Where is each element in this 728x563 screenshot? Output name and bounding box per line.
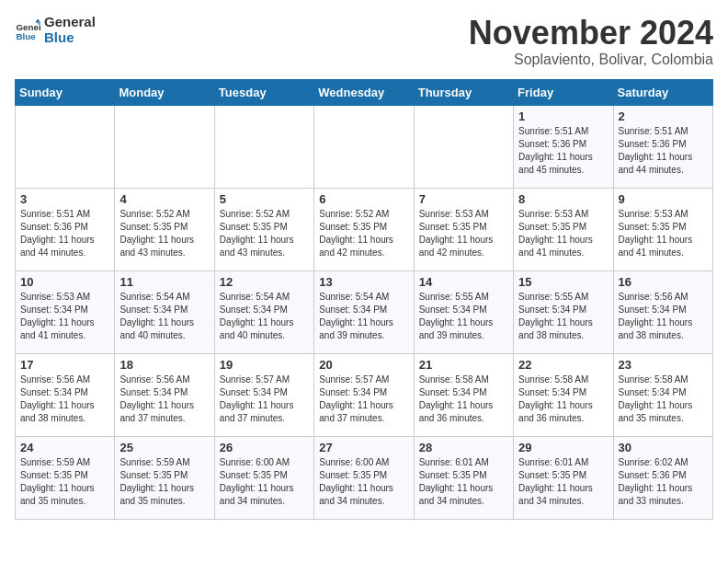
day-info: Sunrise: 5:53 AMSunset: 5:34 PMDaylight:… — [20, 291, 109, 342]
calendar-week-4: 17Sunrise: 5:56 AMSunset: 5:34 PMDayligh… — [16, 353, 713, 436]
day-number: 13 — [319, 275, 408, 289]
day-number: 10 — [20, 275, 109, 289]
day-number: 25 — [119, 441, 209, 454]
day-number: 28 — [419, 441, 508, 454]
calendar-week-3: 10Sunrise: 5:53 AMSunset: 5:34 PMDayligh… — [16, 270, 713, 353]
day-info: Sunrise: 5:53 AMSunset: 5:35 PMDaylight:… — [619, 208, 708, 259]
calendar-cell: 5Sunrise: 5:52 AMSunset: 5:35 PMDaylight… — [214, 188, 313, 270]
day-number: 21 — [419, 358, 508, 372]
logo: General Blue General Blue — [15, 15, 96, 45]
calendar-week-5: 24Sunrise: 5:59 AMSunset: 5:35 PMDayligh… — [16, 436, 713, 519]
calendar-cell: 9Sunrise: 5:53 AMSunset: 5:35 PMDaylight… — [613, 188, 712, 270]
day-info: Sunrise: 5:53 AMSunset: 5:35 PMDaylight:… — [419, 208, 508, 259]
day-number: 7 — [419, 192, 508, 206]
calendar-week-1: 1Sunrise: 5:51 AMSunset: 5:36 PMDaylight… — [16, 105, 713, 188]
day-info: Sunrise: 5:56 AMSunset: 5:34 PMDaylight:… — [619, 291, 708, 342]
weekday-header-wednesday: Wednesday — [314, 79, 414, 105]
day-number: 15 — [518, 275, 608, 289]
weekday-header-thursday: Thursday — [414, 79, 513, 105]
day-number: 6 — [319, 192, 408, 206]
day-number: 2 — [619, 109, 708, 123]
day-info: Sunrise: 5:54 AMSunset: 5:34 PMDaylight:… — [220, 291, 309, 342]
day-info: Sunrise: 5:55 AMSunset: 5:34 PMDaylight:… — [419, 291, 508, 342]
calendar-cell: 29Sunrise: 6:01 AMSunset: 5:35 PMDayligh… — [514, 436, 613, 519]
calendar-cell: 26Sunrise: 6:00 AMSunset: 5:35 PMDayligh… — [214, 436, 313, 519]
calendar-cell: 28Sunrise: 6:01 AMSunset: 5:35 PMDayligh… — [414, 436, 513, 519]
calendar-cell — [16, 105, 115, 188]
calendar-cell: 8Sunrise: 5:53 AMSunset: 5:35 PMDaylight… — [514, 188, 613, 270]
calendar-cell: 21Sunrise: 5:58 AMSunset: 5:34 PMDayligh… — [414, 353, 513, 436]
day-number: 20 — [319, 358, 408, 372]
calendar-cell: 15Sunrise: 5:55 AMSunset: 5:34 PMDayligh… — [514, 270, 613, 353]
day-info: Sunrise: 5:51 AMSunset: 5:36 PMDaylight:… — [518, 125, 608, 177]
day-info: Sunrise: 5:57 AMSunset: 5:34 PMDaylight:… — [319, 373, 408, 425]
logo-text: General Blue — [44, 15, 96, 45]
day-number: 16 — [619, 275, 708, 289]
calendar-cell: 4Sunrise: 5:52 AMSunset: 5:35 PMDaylight… — [115, 188, 214, 270]
calendar-cell: 17Sunrise: 5:56 AMSunset: 5:34 PMDayligh… — [16, 353, 115, 436]
day-info: Sunrise: 6:01 AMSunset: 5:35 PMDaylight:… — [518, 456, 608, 508]
weekday-header-friday: Friday — [514, 79, 613, 105]
day-number: 17 — [20, 358, 109, 372]
calendar-cell: 22Sunrise: 5:58 AMSunset: 5:34 PMDayligh… — [514, 353, 613, 436]
day-number: 12 — [220, 275, 309, 289]
day-info: Sunrise: 5:57 AMSunset: 5:34 PMDaylight:… — [220, 373, 309, 425]
calendar-cell: 23Sunrise: 5:58 AMSunset: 5:34 PMDayligh… — [613, 353, 712, 436]
day-info: Sunrise: 5:52 AMSunset: 5:35 PMDaylight:… — [119, 208, 209, 259]
day-info: Sunrise: 5:51 AMSunset: 5:36 PMDaylight:… — [20, 208, 109, 259]
day-info: Sunrise: 5:56 AMSunset: 5:34 PMDaylight:… — [20, 373, 109, 425]
day-info: Sunrise: 5:55 AMSunset: 5:34 PMDaylight:… — [518, 291, 608, 342]
title-block: November 2024 Soplaviento, Bolivar, Colo… — [469, 15, 713, 68]
calendar-cell: 25Sunrise: 5:59 AMSunset: 5:35 PMDayligh… — [115, 436, 214, 519]
calendar-cell — [414, 105, 513, 188]
day-info: Sunrise: 5:59 AMSunset: 5:35 PMDaylight:… — [119, 456, 209, 508]
day-number: 26 — [220, 441, 309, 454]
day-number: 22 — [518, 358, 608, 372]
day-number: 5 — [220, 192, 309, 206]
page-header: General Blue General Blue November 2024 … — [15, 15, 713, 68]
day-info: Sunrise: 5:51 AMSunset: 5:36 PMDaylight:… — [619, 125, 708, 177]
logo-icon: General Blue — [15, 17, 40, 43]
day-number: 24 — [20, 441, 109, 454]
calendar-cell: 13Sunrise: 5:54 AMSunset: 5:34 PMDayligh… — [314, 270, 414, 353]
calendar-table: SundayMondayTuesdayWednesdayThursdayFrid… — [15, 79, 713, 520]
calendar-cell: 19Sunrise: 5:57 AMSunset: 5:34 PMDayligh… — [214, 353, 313, 436]
day-number: 1 — [518, 109, 608, 123]
calendar-cell: 18Sunrise: 5:56 AMSunset: 5:34 PMDayligh… — [115, 353, 214, 436]
day-info: Sunrise: 6:02 AMSunset: 5:36 PMDaylight:… — [619, 456, 708, 508]
day-info: Sunrise: 5:58 AMSunset: 5:34 PMDaylight:… — [518, 373, 608, 425]
weekday-header-tuesday: Tuesday — [214, 79, 313, 105]
day-info: Sunrise: 6:01 AMSunset: 5:35 PMDaylight:… — [419, 456, 508, 508]
calendar-cell — [214, 105, 313, 188]
location: Soplaviento, Bolivar, Colombia — [469, 52, 713, 68]
day-info: Sunrise: 5:54 AMSunset: 5:34 PMDaylight:… — [119, 291, 209, 342]
weekday-header-sunday: Sunday — [16, 79, 115, 105]
calendar-cell: 6Sunrise: 5:52 AMSunset: 5:35 PMDaylight… — [314, 188, 414, 270]
day-number: 18 — [119, 358, 209, 372]
day-info: Sunrise: 5:58 AMSunset: 5:34 PMDaylight:… — [619, 373, 708, 425]
day-number: 27 — [319, 441, 408, 454]
weekday-header-monday: Monday — [115, 79, 214, 105]
weekday-header-row: SundayMondayTuesdayWednesdayThursdayFrid… — [16, 79, 713, 105]
calendar-cell: 27Sunrise: 6:00 AMSunset: 5:35 PMDayligh… — [314, 436, 414, 519]
calendar-cell — [314, 105, 414, 188]
day-number: 19 — [220, 358, 309, 372]
day-info: Sunrise: 6:00 AMSunset: 5:35 PMDaylight:… — [220, 456, 309, 508]
day-info: Sunrise: 5:56 AMSunset: 5:34 PMDaylight:… — [119, 373, 209, 425]
day-number: 29 — [518, 441, 608, 454]
calendar-cell: 7Sunrise: 5:53 AMSunset: 5:35 PMDaylight… — [414, 188, 513, 270]
calendar-cell: 24Sunrise: 5:59 AMSunset: 5:35 PMDayligh… — [16, 436, 115, 519]
calendar-cell: 14Sunrise: 5:55 AMSunset: 5:34 PMDayligh… — [414, 270, 513, 353]
day-number: 14 — [419, 275, 508, 289]
svg-marker-2 — [35, 18, 40, 22]
calendar-week-2: 3Sunrise: 5:51 AMSunset: 5:36 PMDaylight… — [16, 188, 713, 270]
day-info: Sunrise: 5:58 AMSunset: 5:34 PMDaylight:… — [419, 373, 508, 425]
calendar-cell: 16Sunrise: 5:56 AMSunset: 5:34 PMDayligh… — [613, 270, 712, 353]
calendar-cell: 20Sunrise: 5:57 AMSunset: 5:34 PMDayligh… — [314, 353, 414, 436]
day-info: Sunrise: 5:53 AMSunset: 5:35 PMDaylight:… — [518, 208, 608, 259]
svg-text:Blue: Blue — [16, 30, 36, 40]
day-info: Sunrise: 5:52 AMSunset: 5:35 PMDaylight:… — [319, 208, 408, 259]
day-number: 23 — [619, 358, 708, 372]
weekday-header-saturday: Saturday — [613, 79, 712, 105]
day-number: 30 — [619, 441, 708, 454]
